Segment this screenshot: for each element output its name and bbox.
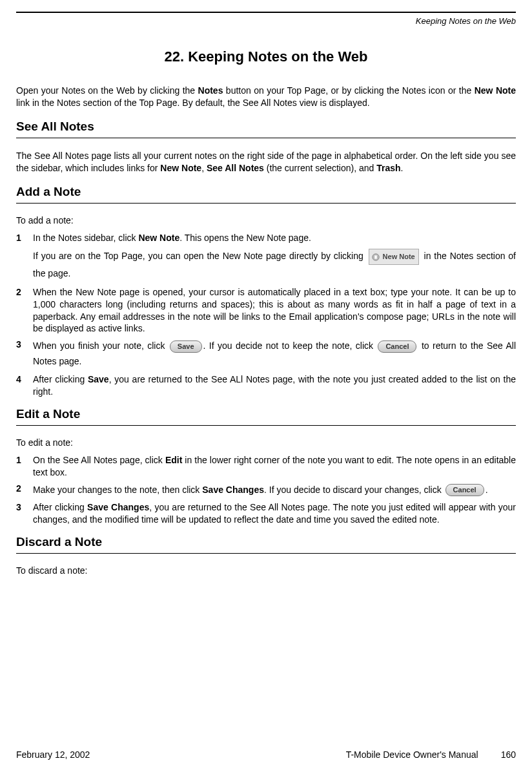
step-text: When the New Note page is opened, your c… [33,286,516,335]
discard-intro: To discard a note: [16,565,516,576]
svg-rect-1 [374,255,377,258]
new-note-button-label: New Note [383,250,415,264]
top-rule [16,12,516,13]
step-number: 3 [16,339,23,370]
text: After clicking [33,374,88,384]
intro-paragraph: Open your Notes on the Web by clicking t… [16,85,516,109]
step-row: 3 When you finish your note, click Save.… [16,339,516,370]
text: , [201,163,207,173]
text: After clicking [33,502,87,512]
text: button on your Top Page, or by clicking … [223,85,474,96]
bold-text: See All Notes [207,163,264,173]
page-footer: February 12, 2002 T-Mobile Device Owner'… [16,749,516,760]
text: link in the Notes section of the Top Pag… [16,98,370,108]
text: . [401,163,404,173]
step-number: 2 [16,286,23,335]
text: . If you decide to discard your changes,… [264,485,444,495]
step-number: 4 [16,373,23,398]
step-row: 2 Make your changes to the note, then cl… [16,483,516,498]
step-row: 1 In the Notes sidebar, click New Note. … [16,232,516,282]
step-number: 2 [16,483,23,498]
footer-date: February 12, 2002 [16,749,90,760]
running-header: Keeping Notes on the Web [16,16,516,26]
step-text: After clicking Save Changes, you are ret… [33,501,516,526]
text: On the See All Notes page, click [33,455,165,465]
bold-text: Save Changes [87,502,149,512]
new-note-button[interactable]: New Note [369,249,419,265]
text: (the current selection), and [264,163,376,173]
cancel-button[interactable]: Cancel [378,340,416,353]
edit-intro: To edit a note: [16,437,516,448]
section-add-note: Add a Note [16,185,516,204]
bold-text: New Note [160,163,201,173]
step-row: 2 When the New Note page is opened, your… [16,286,516,335]
new-note-label: New Note [475,85,516,96]
add-intro: To add a note: [16,215,516,225]
text: . This opens the New Note page. [179,233,311,243]
bold-text: Save Changes [202,485,264,495]
save-button[interactable]: Save [170,340,202,353]
notes-icon [371,253,380,262]
step-row: 4 After clicking Save, you are returned … [16,373,516,398]
see-all-paragraph: The See All Notes page lists all your cu… [16,150,516,174]
text: If you are on the Top Page, you can open… [33,251,367,261]
footer-page-number: 160 [501,749,516,760]
step-text: On the See All Notes page, click Edit in… [33,454,516,479]
cancel-button[interactable]: Cancel [445,484,484,496]
text: Make your changes to the note, then clic… [33,485,202,495]
section-discard-note: Discard a Note [16,535,516,554]
step-row: 3 After clicking Save Changes, you are r… [16,501,516,526]
text: In the Notes sidebar, click [33,233,138,243]
bold-text: Trash [376,163,400,173]
notes-label: Notes [198,85,223,96]
text: . If you decide not to keep the note, cl… [203,340,377,351]
step-number: 3 [16,501,23,526]
step-text: After clicking Save, you are returned to… [33,373,516,398]
step-text: Make your changes to the note, then clic… [33,483,516,498]
bold-text: Save [88,374,109,384]
section-see-all-notes: See All Notes [16,120,516,138]
chapter-title: 22. Keeping Notes on the Web [16,48,516,65]
section-edit-note: Edit a Note [16,407,516,426]
text: Open your Notes on the Web by clicking t… [16,85,198,96]
bold-text: Edit [165,455,182,465]
step-text: In the Notes sidebar, click New Note. Th… [33,232,516,282]
step-number: 1 [16,454,23,479]
step-row: 1 On the See All Notes page, click Edit … [16,454,516,479]
text: When you finish your note, click [33,340,169,351]
text: . [486,485,488,495]
step-number: 1 [16,232,23,282]
footer-manual-title: T-Mobile Device Owner's Manual [346,749,478,760]
step-text: When you finish your note, click Save. I… [33,339,516,370]
bold-text: New Note [138,233,179,243]
